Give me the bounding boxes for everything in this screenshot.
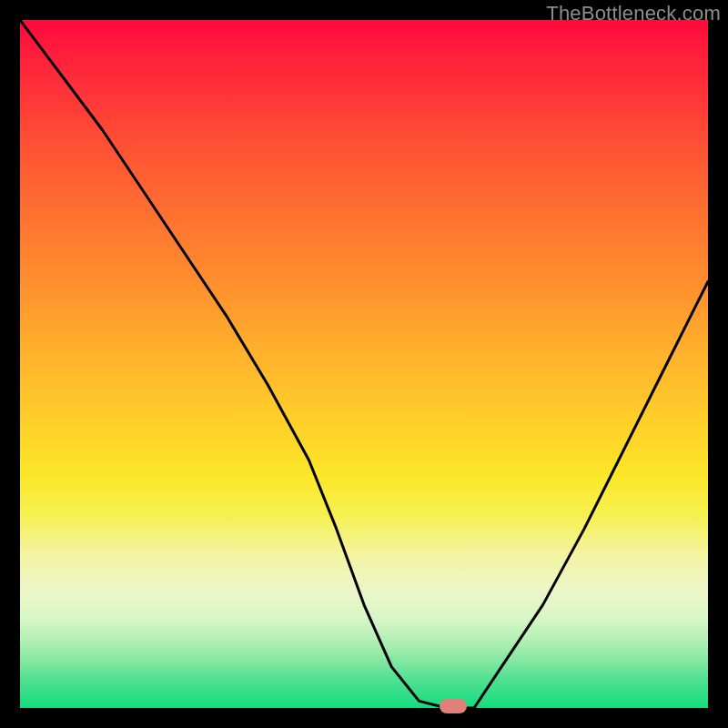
chart-root: TheBottleneck.com	[0, 0, 728, 728]
optimal-point-marker	[440, 699, 467, 713]
plot-area	[20, 20, 708, 708]
curve-layer	[20, 20, 708, 708]
bottleneck-curve	[20, 20, 708, 708]
